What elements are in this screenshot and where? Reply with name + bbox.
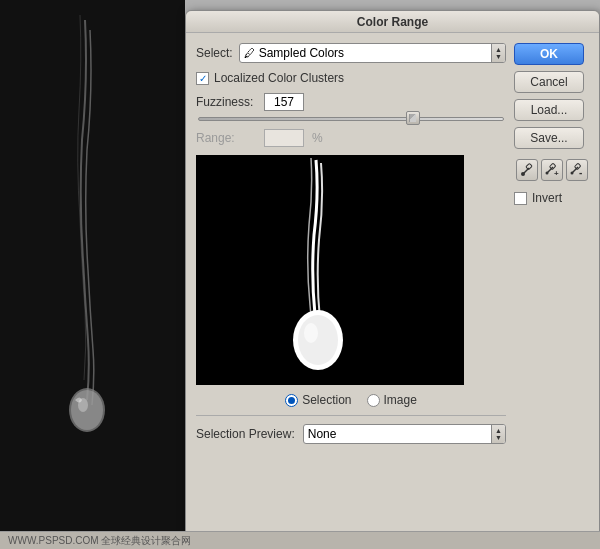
- selection-radio-btn[interactable]: [285, 394, 298, 407]
- selection-radio-dot: [288, 397, 295, 404]
- invert-checkbox[interactable]: [514, 192, 527, 205]
- range-input[interactable]: [264, 129, 304, 147]
- invert-row: Invert: [514, 191, 589, 205]
- ok-button[interactable]: OK: [514, 43, 584, 65]
- preview-select-arrows: ▲ ▼: [491, 425, 505, 443]
- eyedropper-subtract-btn[interactable]: -: [566, 159, 588, 181]
- select-value: Sampled Colors: [259, 46, 487, 60]
- preview-area: [196, 155, 464, 385]
- range-label: Range:: [196, 131, 256, 145]
- invert-label: Invert: [532, 191, 562, 205]
- eyedropper-normal-icon: [520, 163, 534, 177]
- selection-preview-dropdown[interactable]: None ▲ ▼: [303, 424, 506, 444]
- eyedrop-tools: + -: [514, 159, 589, 181]
- fuzziness-row: Fuzziness:: [196, 93, 506, 111]
- image-radio-label: Image: [384, 393, 417, 407]
- preview-svg: [196, 155, 464, 385]
- select-label: Select:: [196, 46, 233, 60]
- eyedropper-add-icon: +: [545, 163, 559, 177]
- load-button[interactable]: Load...: [514, 99, 584, 121]
- fuzziness-slider-thumb[interactable]: [406, 111, 420, 125]
- fuzziness-label: Fuzziness:: [196, 95, 256, 109]
- svg-point-7: [304, 323, 318, 343]
- svg-point-13: [545, 172, 548, 175]
- selection-preview-label: Selection Preview:: [196, 427, 295, 441]
- localized-color-clusters-row: ✓ Localized Color Clusters: [196, 71, 506, 85]
- cancel-button[interactable]: Cancel: [514, 71, 584, 93]
- color-range-dialog: Color Range Select: 🖊 Sampled Colors ▲ ▼: [185, 10, 600, 540]
- image-radio-btn[interactable]: [367, 394, 380, 407]
- eyedropper-normal-btn[interactable]: [516, 159, 538, 181]
- fuzziness-input[interactable]: [264, 93, 304, 111]
- selection-preview-row: Selection Preview: None ▲ ▼: [196, 415, 506, 444]
- select-dropdown[interactable]: 🖊 Sampled Colors ▲ ▼: [239, 43, 506, 63]
- range-row: Range: %: [196, 129, 506, 147]
- svg-rect-0: [0, 0, 185, 549]
- selection-preview-value: None: [308, 427, 487, 441]
- right-panel: OK Cancel Load... Save...: [514, 43, 589, 444]
- fuzziness-slider-track[interactable]: [198, 117, 504, 121]
- preview-arrow-up: ▲: [495, 427, 502, 434]
- title-bar: Color Range: [186, 11, 599, 33]
- save-button[interactable]: Save...: [514, 127, 584, 149]
- photo-background: [0, 0, 185, 549]
- selection-radio[interactable]: Selection: [285, 393, 351, 407]
- selection-radio-label: Selection: [302, 393, 351, 407]
- dialog-body: Select: 🖊 Sampled Colors ▲ ▼ ✓ Localized…: [186, 33, 599, 454]
- preview-arrow-down: ▼: [495, 434, 502, 441]
- svg-point-6: [298, 315, 338, 365]
- arrow-up-icon: ▲: [495, 46, 502, 53]
- bottom-bar: WWW.PSPSD.COM 全球经典设计聚合网: [0, 531, 600, 549]
- fuzziness-slider-container: [196, 117, 506, 121]
- image-radio[interactable]: Image: [367, 393, 417, 407]
- localized-label: Localized Color Clusters: [214, 71, 344, 85]
- svg-point-2: [71, 390, 103, 430]
- range-unit: %: [312, 131, 323, 145]
- localized-checkbox[interactable]: ✓: [196, 72, 209, 85]
- svg-point-10: [521, 172, 525, 176]
- main-panel: Select: 🖊 Sampled Colors ▲ ▼ ✓ Localized…: [196, 43, 506, 444]
- eyedropper-add-btn[interactable]: +: [541, 159, 563, 181]
- left-panel: [0, 0, 185, 549]
- svg-point-17: [570, 172, 573, 175]
- eyedropper-subtract-icon: -: [570, 163, 584, 177]
- waterdrop-svg: [0, 0, 185, 549]
- svg-text:-: -: [579, 167, 582, 177]
- svg-text:+: +: [554, 169, 559, 177]
- footer-text: WWW.PSPSD.COM 全球经典设计聚合网: [8, 534, 191, 548]
- dialog-title: Color Range: [357, 15, 428, 29]
- arrow-down-icon: ▼: [495, 53, 502, 60]
- checkbox-check-icon: ✓: [199, 73, 207, 84]
- select-row: Select: 🖊 Sampled Colors ▲ ▼: [196, 43, 506, 63]
- svg-rect-9: [525, 163, 531, 169]
- eyedropper-icon: 🖊: [244, 47, 255, 59]
- select-arrows: ▲ ▼: [491, 44, 505, 62]
- radio-row: Selection Image: [196, 393, 506, 407]
